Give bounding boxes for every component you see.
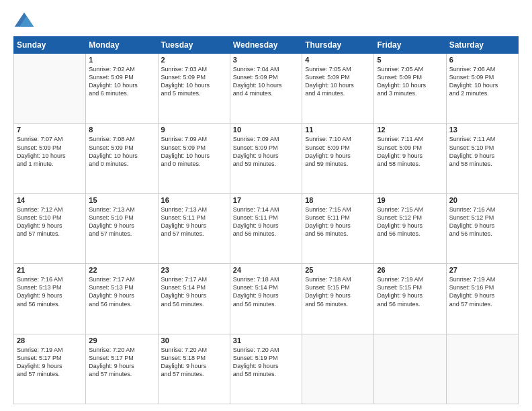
calendar-cell — [446, 334, 518, 404]
calendar-cell: 9Sunrise: 7:09 AM Sunset: 5:09 PM Daylig… — [158, 124, 230, 193]
calendar-cell: 30Sunrise: 7:20 AM Sunset: 5:18 PM Dayli… — [158, 334, 230, 404]
day-number: 3 — [233, 56, 299, 64]
day-number: 7 — [17, 126, 83, 134]
day-info: Sunrise: 7:14 AM Sunset: 5:11 PM Dayligh… — [233, 205, 299, 238]
day-number: 1 — [89, 56, 154, 64]
day-info: Sunrise: 7:11 AM Sunset: 5:09 PM Dayligh… — [377, 135, 443, 168]
day-info: Sunrise: 7:06 AM Sunset: 5:09 PM Dayligh… — [449, 65, 515, 98]
day-number: 6 — [449, 56, 515, 64]
day-number: 19 — [377, 196, 443, 204]
day-number: 9 — [161, 126, 227, 134]
calendar-week-2: 7Sunrise: 7:07 AM Sunset: 5:09 PM Daylig… — [14, 124, 519, 193]
calendar-cell: 20Sunrise: 7:16 AM Sunset: 5:12 PM Dayli… — [446, 193, 518, 263]
day-info: Sunrise: 7:13 AM Sunset: 5:11 PM Dayligh… — [161, 205, 227, 238]
col-header-tuesday: Tuesday — [158, 37, 230, 54]
day-info: Sunrise: 7:17 AM Sunset: 5:13 PM Dayligh… — [89, 275, 154, 308]
calendar-cell: 23Sunrise: 7:17 AM Sunset: 5:14 PM Dayli… — [158, 264, 230, 334]
calendar-cell: 14Sunrise: 7:12 AM Sunset: 5:10 PM Dayli… — [14, 193, 86, 263]
calendar-cell: 26Sunrise: 7:19 AM Sunset: 5:15 PM Dayli… — [374, 264, 446, 334]
day-info: Sunrise: 7:08 AM Sunset: 5:09 PM Dayligh… — [89, 135, 154, 168]
day-info: Sunrise: 7:12 AM Sunset: 5:10 PM Dayligh… — [17, 205, 83, 238]
calendar-cell — [302, 334, 374, 404]
col-header-saturday: Saturday — [446, 37, 518, 54]
day-number: 28 — [17, 336, 83, 345]
day-info: Sunrise: 7:15 AM Sunset: 5:12 PM Dayligh… — [377, 205, 443, 238]
calendar-cell: 17Sunrise: 7:14 AM Sunset: 5:11 PM Dayli… — [230, 193, 302, 263]
day-number: 8 — [89, 126, 154, 134]
page: SundayMondayTuesdayWednesdayThursdayFrid… — [0, 0, 532, 411]
calendar-week-1: 1Sunrise: 7:02 AM Sunset: 5:09 PM Daylig… — [14, 54, 519, 124]
calendar-cell: 22Sunrise: 7:17 AM Sunset: 5:13 PM Dayli… — [86, 264, 158, 334]
col-header-thursday: Thursday — [302, 37, 374, 54]
day-number: 15 — [89, 196, 154, 204]
day-number: 5 — [377, 56, 443, 64]
col-header-monday: Monday — [86, 37, 158, 54]
calendar-cell: 4Sunrise: 7:05 AM Sunset: 5:09 PM Daylig… — [302, 54, 374, 124]
day-number: 13 — [449, 126, 515, 134]
day-number: 11 — [305, 126, 371, 134]
day-number: 4 — [305, 56, 371, 64]
day-number: 21 — [17, 266, 83, 274]
col-header-sunday: Sunday — [14, 37, 86, 54]
day-number: 26 — [377, 266, 443, 274]
day-info: Sunrise: 7:19 AM Sunset: 5:16 PM Dayligh… — [449, 275, 515, 308]
day-info: Sunrise: 7:17 AM Sunset: 5:14 PM Dayligh… — [161, 275, 227, 308]
day-info: Sunrise: 7:11 AM Sunset: 5:10 PM Dayligh… — [449, 135, 515, 168]
day-info: Sunrise: 7:09 AM Sunset: 5:09 PM Dayligh… — [161, 135, 227, 168]
day-number: 30 — [161, 336, 227, 345]
day-info: Sunrise: 7:05 AM Sunset: 5:09 PM Dayligh… — [305, 65, 371, 98]
calendar-table: SundayMondayTuesdayWednesdayThursdayFrid… — [13, 36, 519, 404]
day-number: 31 — [233, 336, 299, 345]
calendar-cell: 2Sunrise: 7:03 AM Sunset: 5:09 PM Daylig… — [158, 54, 230, 124]
calendar-cell: 7Sunrise: 7:07 AM Sunset: 5:09 PM Daylig… — [14, 124, 86, 193]
calendar-cell: 16Sunrise: 7:13 AM Sunset: 5:11 PM Dayli… — [158, 193, 230, 263]
calendar-cell: 18Sunrise: 7:15 AM Sunset: 5:11 PM Dayli… — [302, 193, 374, 263]
day-number: 25 — [305, 266, 371, 274]
calendar-cell: 29Sunrise: 7:20 AM Sunset: 5:17 PM Dayli… — [86, 334, 158, 404]
day-number: 2 — [161, 56, 227, 64]
day-info: Sunrise: 7:05 AM Sunset: 5:09 PM Dayligh… — [377, 65, 443, 98]
day-number: 10 — [233, 126, 299, 134]
calendar-cell: 21Sunrise: 7:16 AM Sunset: 5:13 PM Dayli… — [14, 264, 86, 334]
calendar-cell: 6Sunrise: 7:06 AM Sunset: 5:09 PM Daylig… — [446, 54, 518, 124]
col-header-friday: Friday — [374, 37, 446, 54]
day-number: 12 — [377, 126, 443, 134]
day-number: 29 — [89, 336, 154, 345]
day-info: Sunrise: 7:19 AM Sunset: 5:17 PM Dayligh… — [17, 346, 83, 379]
day-info: Sunrise: 7:13 AM Sunset: 5:10 PM Dayligh… — [89, 205, 154, 238]
calendar-cell: 1Sunrise: 7:02 AM Sunset: 5:09 PM Daylig… — [86, 54, 158, 124]
day-number: 22 — [89, 266, 154, 274]
day-info: Sunrise: 7:20 AM Sunset: 5:19 PM Dayligh… — [233, 346, 299, 379]
calendar-cell: 24Sunrise: 7:18 AM Sunset: 5:14 PM Dayli… — [230, 264, 302, 334]
day-info: Sunrise: 7:20 AM Sunset: 5:18 PM Dayligh… — [161, 346, 227, 379]
calendar-cell: 3Sunrise: 7:04 AM Sunset: 5:09 PM Daylig… — [230, 54, 302, 124]
calendar-header-row: SundayMondayTuesdayWednesdayThursdayFrid… — [14, 37, 519, 54]
calendar-week-4: 21Sunrise: 7:16 AM Sunset: 5:13 PM Dayli… — [14, 264, 519, 334]
day-number: 18 — [305, 196, 371, 204]
day-number: 14 — [17, 196, 83, 204]
day-number: 20 — [449, 196, 515, 204]
logo-icon — [13, 11, 35, 30]
day-info: Sunrise: 7:09 AM Sunset: 5:09 PM Dayligh… — [233, 135, 299, 168]
calendar-cell: 8Sunrise: 7:08 AM Sunset: 5:09 PM Daylig… — [86, 124, 158, 193]
calendar-cell: 10Sunrise: 7:09 AM Sunset: 5:09 PM Dayli… — [230, 124, 302, 193]
logo — [13, 11, 38, 30]
calendar-cell: 13Sunrise: 7:11 AM Sunset: 5:10 PM Dayli… — [446, 124, 518, 193]
calendar-cell: 27Sunrise: 7:19 AM Sunset: 5:16 PM Dayli… — [446, 264, 518, 334]
day-number: 24 — [233, 266, 299, 274]
calendar-cell: 19Sunrise: 7:15 AM Sunset: 5:12 PM Dayli… — [374, 193, 446, 263]
day-number: 17 — [233, 196, 299, 204]
day-number: 16 — [161, 196, 227, 204]
day-info: Sunrise: 7:20 AM Sunset: 5:17 PM Dayligh… — [89, 346, 154, 379]
calendar-week-3: 14Sunrise: 7:12 AM Sunset: 5:10 PM Dayli… — [14, 193, 519, 263]
calendar-cell: 31Sunrise: 7:20 AM Sunset: 5:19 PM Dayli… — [230, 334, 302, 404]
day-info: Sunrise: 7:03 AM Sunset: 5:09 PM Dayligh… — [161, 65, 227, 98]
calendar-cell: 15Sunrise: 7:13 AM Sunset: 5:10 PM Dayli… — [86, 193, 158, 263]
calendar-week-5: 28Sunrise: 7:19 AM Sunset: 5:17 PM Dayli… — [14, 334, 519, 404]
header — [13, 11, 519, 30]
calendar-cell: 5Sunrise: 7:05 AM Sunset: 5:09 PM Daylig… — [374, 54, 446, 124]
calendar-cell — [14, 54, 86, 124]
calendar-cell: 12Sunrise: 7:11 AM Sunset: 5:09 PM Dayli… — [374, 124, 446, 193]
calendar-cell: 28Sunrise: 7:19 AM Sunset: 5:17 PM Dayli… — [14, 334, 86, 404]
day-info: Sunrise: 7:18 AM Sunset: 5:14 PM Dayligh… — [233, 275, 299, 308]
